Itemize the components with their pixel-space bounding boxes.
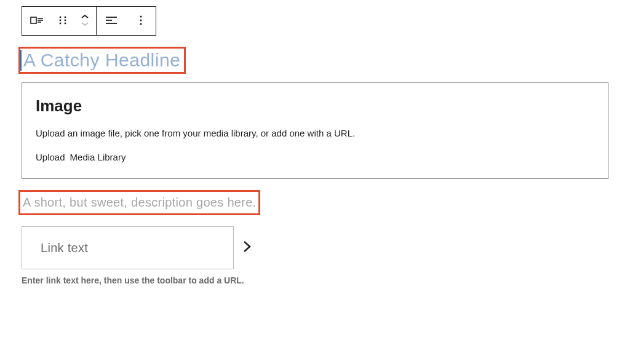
block-type-button[interactable] — [22, 7, 52, 35]
toolbar-group-block — [22, 7, 96, 35]
headline-input[interactable]: A Catchy Headline — [20, 50, 180, 71]
toolbar-group-align — [97, 7, 156, 35]
image-block-title: Image — [36, 97, 594, 116]
image-placeholder-block: Image Upload an image file, pick one fro… — [22, 82, 608, 179]
upload-button[interactable]: Upload — [36, 152, 65, 162]
link-row: Link text — [22, 226, 618, 269]
headline-highlight: A Catchy Headline — [18, 47, 186, 74]
image-block-description: Upload an image file, pick one from your… — [36, 128, 594, 138]
svg-point-4 — [60, 16, 62, 18]
svg-rect-0 — [31, 17, 36, 23]
description-highlight: A short, but sweet, description goes her… — [18, 190, 260, 215]
drag-handle-icon — [57, 14, 69, 28]
link-text-input[interactable]: Link text — [22, 226, 234, 269]
more-vertical-icon — [135, 14, 147, 28]
move-up-down-icon — [79, 13, 90, 30]
media-library-button[interactable]: Media Library — [70, 152, 126, 162]
svg-point-5 — [65, 16, 66, 18]
image-block-actions: Upload Media Library — [36, 152, 594, 162]
link-text-placeholder: Link text — [41, 241, 88, 255]
align-left-icon — [105, 14, 118, 29]
link-hint-text: Enter link text here, then use the toolb… — [22, 275, 618, 285]
align-button[interactable] — [97, 7, 126, 35]
drag-handle-button[interactable] — [52, 7, 74, 35]
move-buttons[interactable] — [74, 7, 96, 35]
svg-point-7 — [65, 19, 66, 21]
svg-point-8 — [60, 22, 62, 24]
svg-point-14 — [140, 19, 142, 21]
svg-point-9 — [65, 22, 66, 24]
description-input[interactable]: A short, but sweet, description goes her… — [23, 196, 256, 210]
svg-point-15 — [140, 23, 142, 25]
more-options-button[interactable] — [126, 7, 156, 35]
media-text-icon — [30, 13, 44, 30]
svg-point-6 — [60, 19, 62, 21]
block-toolbar — [22, 6, 156, 36]
chevron-right-icon — [241, 238, 253, 258]
svg-point-13 — [140, 15, 142, 17]
